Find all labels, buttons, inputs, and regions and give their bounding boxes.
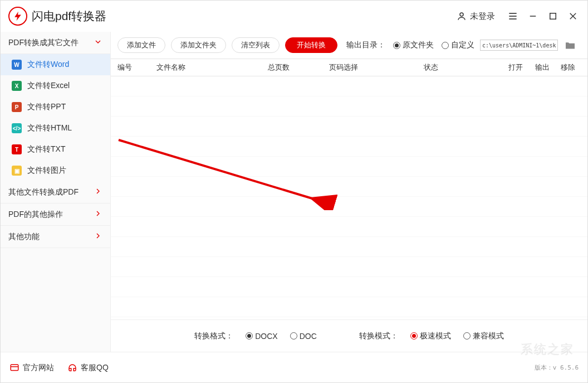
- th-pages: 总页数: [268, 62, 329, 72]
- version-label: 版本：v 6.5.6: [535, 363, 579, 372]
- mode-label: 转换模式：: [359, 331, 398, 341]
- format-label: 转换格式：: [194, 331, 233, 341]
- ppt-icon: P: [12, 102, 22, 112]
- login-button[interactable]: 未登录: [457, 11, 495, 22]
- foot-link-label: 官方网站: [23, 363, 54, 373]
- sidebar-item-label: 文件转TXT: [27, 144, 65, 154]
- sidebar-cat-other-to-pdf[interactable]: 其他文件转换成PDF: [1, 181, 110, 203]
- titlebar: 闪电pdf转换器 未登录: [1, 1, 587, 32]
- radio-doc[interactable]: DOC: [290, 332, 317, 341]
- sidebar-item-label: 文件转Word: [27, 60, 69, 70]
- foot-link-label: 客服QQ: [81, 363, 109, 373]
- sidebar-cat-pdf-to-other[interactable]: PDF转换成其它文件: [1, 32, 110, 54]
- annotation-arrow: [110, 132, 344, 210]
- radio-docx[interactable]: DOCX: [246, 332, 277, 341]
- sidebar-item-label: 文件转Excel: [27, 81, 70, 91]
- login-label: 未登录: [470, 11, 495, 22]
- clear-list-button[interactable]: 清空列表: [232, 37, 280, 53]
- maximize-button[interactable]: [543, 6, 563, 26]
- menu-button[interactable]: [503, 6, 523, 26]
- minimize-button[interactable]: [523, 6, 543, 26]
- sidebar-item-label: 文件转PPT: [27, 102, 66, 112]
- word-icon: W: [12, 60, 22, 70]
- sidebar-cat-label: PDF的其他操作: [8, 210, 63, 220]
- th-name: 文件名称: [156, 62, 268, 72]
- sidebar-item-label: 文件转HTML: [27, 123, 72, 133]
- chevron-right-icon: [94, 187, 102, 197]
- th-open: 打开: [502, 62, 530, 72]
- radio-custom-folder[interactable]: 自定义: [442, 40, 474, 50]
- svg-rect-5: [550, 13, 556, 20]
- sidebar-item-to-excel[interactable]: X 文件转Excel: [1, 75, 110, 96]
- official-site-link[interactable]: 官方网站: [9, 363, 54, 373]
- close-button[interactable]: [563, 6, 583, 26]
- th-num: 编号: [117, 62, 156, 72]
- txt-icon: T: [12, 144, 22, 154]
- output-path-input[interactable]: [480, 40, 558, 51]
- file-list[interactable]: [111, 76, 587, 319]
- logo-icon: [8, 7, 27, 26]
- add-file-button[interactable]: 添加文件: [117, 37, 165, 53]
- sidebar-item-to-image[interactable]: ▣ 文件转图片: [1, 160, 110, 181]
- app-title: 闪电pdf转换器: [32, 8, 106, 24]
- sidebar-cat-label: PDF转换成其它文件: [8, 38, 79, 48]
- browse-folder-button[interactable]: [564, 40, 577, 51]
- image-icon: ▣: [12, 166, 22, 176]
- table-header: 编号 文件名称 总页数 页码选择 状态 打开 输出 移除: [111, 59, 587, 76]
- radio-fast-mode[interactable]: 极速模式: [410, 331, 451, 341]
- sidebar-item-to-ppt[interactable]: P 文件转PPT: [1, 96, 110, 118]
- add-folder-button[interactable]: 添加文件夹: [171, 37, 226, 53]
- svg-point-0: [460, 13, 463, 16]
- content-area: 添加文件 添加文件夹 清空列表 开始转换 输出目录： 原文件夹 自定义 编号 文…: [111, 32, 587, 352]
- radio-source-folder[interactable]: 原文件夹: [393, 40, 434, 50]
- chevron-down-icon: [94, 37, 102, 48]
- chevron-right-icon: [94, 231, 102, 242]
- main-area: PDF转换成其它文件 W 文件转Word X 文件转Excel P 文件转PPT…: [1, 32, 587, 352]
- radio-compat-mode[interactable]: 兼容模式: [463, 331, 504, 341]
- options-bar: 转换格式： DOCX DOC 转换模式： 极速模式 兼容模式: [111, 319, 587, 352]
- sidebar-cat-pdf-ops[interactable]: PDF的其他操作: [1, 203, 110, 226]
- th-out: 输出: [530, 62, 555, 72]
- html-icon: </>: [12, 123, 22, 133]
- start-convert-button[interactable]: 开始转换: [285, 37, 337, 53]
- svg-rect-9: [11, 365, 18, 371]
- sidebar-item-label: 文件转图片: [27, 166, 66, 176]
- th-pagesel: 页码选择: [329, 62, 424, 72]
- chevron-right-icon: [94, 209, 102, 220]
- svg-line-8: [119, 140, 332, 205]
- th-rm: 移除: [555, 62, 581, 72]
- sidebar: PDF转换成其它文件 W 文件转Word X 文件转Excel P 文件转PPT…: [1, 32, 111, 352]
- sidebar-cat-other[interactable]: 其他功能: [1, 226, 110, 248]
- excel-icon: X: [12, 81, 22, 91]
- sidebar-item-to-txt[interactable]: T 文件转TXT: [1, 139, 110, 160]
- sidebar-cat-label: 其他文件转换成PDF: [8, 187, 79, 197]
- sidebar-item-to-word[interactable]: W 文件转Word: [1, 54, 110, 75]
- output-dir-label: 输出目录：: [346, 40, 385, 50]
- customer-qq-link[interactable]: 客服QQ: [67, 363, 109, 373]
- footer: 官方网站 客服QQ 版本：v 6.5.6: [1, 352, 587, 383]
- sidebar-item-to-html[interactable]: </> 文件转HTML: [1, 118, 110, 139]
- sidebar-cat-label: 其他功能: [8, 232, 40, 242]
- th-status: 状态: [424, 62, 502, 72]
- toolbar: 添加文件 添加文件夹 清空列表 开始转换 输出目录： 原文件夹 自定义: [111, 32, 587, 59]
